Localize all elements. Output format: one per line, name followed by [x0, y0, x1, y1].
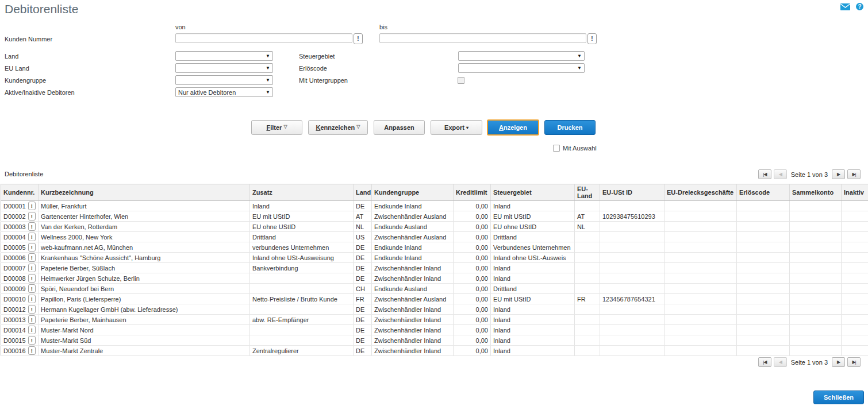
cell-name: Heimwerker Jürgen Schulze, Berlin — [39, 273, 250, 284]
cell-zusatz — [250, 335, 354, 346]
row-details-button[interactable]: ! — [28, 274, 36, 283]
pagination-next-button[interactable]: ▶ — [832, 169, 845, 179]
mit-untergruppen-checkbox[interactable] — [458, 77, 464, 84]
pagination-first-button[interactable]: |◀ — [758, 357, 771, 367]
pagination-last-button[interactable]: ▶| — [847, 169, 861, 179]
column-header[interactable]: Land — [354, 184, 372, 201]
header-icon-bar: ? — [840, 3, 863, 10]
kunden-nummer-von-value-help-button[interactable]: ! — [354, 33, 363, 44]
table-row[interactable]: D00001!Müller, FrankfurtInlandDEEndkunde… — [1, 201, 868, 211]
row-details-button[interactable]: ! — [28, 243, 36, 252]
row-details-button[interactable]: ! — [28, 305, 36, 314]
table-row[interactable]: D00009!Spöri, Neuendorf bei BernCHEndkun… — [1, 284, 868, 294]
kundengruppe-label: Kundengruppe — [5, 77, 46, 84]
pagination-last-button[interactable]: ▶| — [847, 357, 861, 367]
row-details-button[interactable]: ! — [28, 336, 36, 345]
cell-kreditlimit: 0,00 — [454, 201, 491, 211]
export-button[interactable]: Export▾ — [431, 120, 482, 135]
column-header[interactable]: Kundennr. — [1, 184, 39, 201]
eu-land-select[interactable]: ▼ — [175, 63, 273, 73]
cell-land: DE — [354, 201, 372, 211]
pagination-next-button[interactable]: ▶ — [832, 357, 845, 367]
column-header[interactable]: Steuergebiet — [491, 184, 575, 201]
table-row[interactable]: D00004!Wellness 2000, New YorkDrittlandU… — [1, 232, 868, 242]
filter-button[interactable]: Filter▽ — [251, 120, 302, 135]
table-header-row: Kundennr.KurzbezeichnungZusatzLandKunden… — [1, 184, 868, 201]
table-row[interactable]: D00016!Muster-Markt ZentraleZentralregul… — [1, 346, 868, 356]
cell-erloescode — [737, 284, 790, 294]
pagination-first-button[interactable]: |◀ — [758, 169, 771, 179]
cell-kreditlimit: 0,00 — [454, 304, 491, 315]
customer-id: D00008 — [3, 275, 26, 282]
row-details-button[interactable]: ! — [28, 233, 36, 241]
customer-id: D00002 — [3, 213, 26, 220]
column-header[interactable]: Kreditlimit — [454, 184, 491, 201]
column-header[interactable]: Sammelkonto — [790, 184, 842, 201]
row-details-button[interactable]: ! — [28, 212, 36, 221]
row-details-button[interactable]: ! — [28, 253, 36, 262]
cell-erloescode — [737, 294, 790, 304]
land-select[interactable]: ▼ — [175, 51, 273, 61]
drucken-button[interactable]: Drucken — [544, 120, 596, 135]
cell-eu_land — [575, 201, 600, 211]
row-details-button[interactable]: ! — [28, 222, 36, 231]
cell-id: D00004! — [1, 232, 39, 242]
table-row[interactable]: D00015!Muster-Markt SüdDEZwischenhändler… — [1, 335, 868, 346]
pagination-prev-button[interactable]: ◀ — [774, 357, 787, 367]
cell-sammelkonto — [790, 304, 842, 315]
schliessen-button[interactable]: Schließen — [813, 390, 864, 404]
row-details-button[interactable]: ! — [28, 295, 36, 303]
column-header[interactable]: EU-USt ID — [600, 184, 665, 201]
column-header[interactable]: Inaktiv — [842, 184, 868, 201]
column-header[interactable]: Zusatz — [250, 184, 354, 201]
column-header[interactable]: EU-Land — [575, 184, 600, 201]
table-row[interactable]: D00008!Heimwerker Jürgen Schulze, Berlin… — [1, 273, 868, 284]
cell-id: D00014! — [1, 325, 39, 335]
cell-inaktiv — [842, 294, 868, 304]
row-details-button[interactable]: ! — [28, 202, 36, 210]
kennzeichen-button[interactable]: Kennzeichen▽ — [308, 120, 368, 135]
kunden-nummer-bis-input[interactable] — [379, 33, 586, 43]
cell-kreditlimit: 0,00 — [454, 284, 491, 294]
table-row[interactable]: D00013!Papeterie Berber, Mainhausenabw. … — [1, 315, 868, 325]
kunden-nummer-von-input[interactable] — [175, 33, 352, 43]
cell-steuergebiet: Inland — [491, 335, 575, 346]
table-row[interactable]: D00007!Papeterie Berber, SüßlachBankverb… — [1, 263, 868, 273]
table-row[interactable]: D00012!Hermann Kugellager GmbH (abw. Lie… — [1, 304, 868, 315]
column-header[interactable]: EU-Dreiecksgeschäfte — [665, 184, 737, 201]
row-details-button[interactable]: ! — [28, 315, 36, 324]
chevron-down-icon: ▼ — [577, 65, 582, 71]
steuergebiet-select[interactable]: ▼ — [458, 51, 585, 61]
row-details-button[interactable]: ! — [28, 326, 36, 334]
table-row[interactable]: D00006!Krankenhaus "Schöne Aussicht", Ha… — [1, 253, 868, 263]
column-header[interactable]: Erlöscode — [737, 184, 790, 201]
anzeigen-button[interactable]: Anzeigen — [487, 119, 539, 136]
row-details-button[interactable]: ! — [28, 346, 36, 355]
cell-eu_land — [575, 335, 600, 346]
table-row[interactable]: D00014!Muster-Markt NordDEZwischenhändle… — [1, 325, 868, 335]
erloescode-label: Erlöscode — [299, 65, 327, 72]
column-header[interactable]: Kundengruppe — [372, 184, 454, 201]
mit-auswahl-checkbox[interactable] — [553, 145, 560, 152]
table-row[interactable]: D00002!Gartencenter Hinterhofer, WienEU … — [1, 211, 868, 222]
mail-icon[interactable] — [840, 3, 850, 10]
cell-gruppe: Zwischenhändler Inland — [372, 273, 454, 284]
row-details-button[interactable]: ! — [28, 264, 36, 272]
erloescode-select[interactable]: ▼ — [458, 63, 585, 73]
cell-land: DE — [354, 242, 372, 253]
table-row[interactable]: D00003!Van der Kerken, RotterdamEU ohne … — [1, 222, 868, 232]
column-header[interactable]: Kurzbezeichnung — [39, 184, 250, 201]
kundengruppe-select[interactable]: ▼ — [175, 75, 273, 85]
table-row[interactable]: D00010!Papillon, Paris (Liefersperre)Net… — [1, 294, 868, 304]
kunden-nummer-bis-value-help-button[interactable]: ! — [587, 33, 597, 44]
help-icon[interactable]: ? — [856, 3, 863, 10]
aktive-debitoren-select[interactable]: Nur aktive Debitoren ▼ — [175, 87, 273, 97]
pagination-prev-button[interactable]: ◀ — [774, 169, 787, 179]
cell-id: D00002! — [1, 211, 39, 222]
cell-inaktiv — [842, 242, 868, 253]
table-row[interactable]: D00005!web-kaufmann.net AG, Münchenverbu… — [1, 242, 868, 253]
pagination-bottom: |◀ ◀ Seite 1 von 3 ▶ ▶| — [758, 357, 861, 367]
anpassen-button[interactable]: Anpassen — [374, 120, 425, 135]
cell-eu_dreieck — [665, 222, 737, 232]
row-details-button[interactable]: ! — [28, 284, 36, 293]
